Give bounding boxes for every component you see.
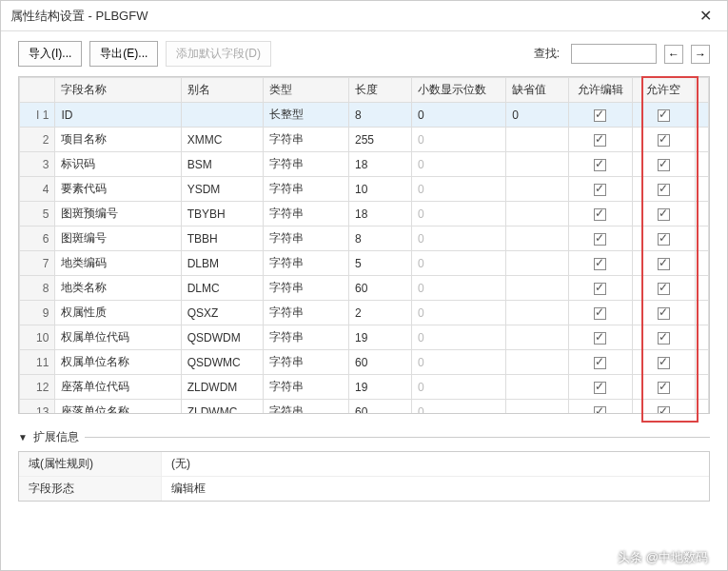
cell-alias[interactable]: DLMC bbox=[181, 276, 263, 301]
export-button[interactable]: 导出(E)... bbox=[89, 41, 158, 67]
checkbox-icon[interactable] bbox=[658, 382, 670, 394]
cell-decimals[interactable]: 0 bbox=[412, 325, 506, 350]
cell-allow-edit[interactable] bbox=[569, 251, 632, 276]
cell-alias[interactable]: ZLDWMC bbox=[181, 400, 263, 415]
cell-name[interactable]: 地类编码 bbox=[55, 251, 181, 276]
cell-alias[interactable]: DLBM bbox=[181, 251, 263, 276]
table-row[interactable]: 6图斑编号TBBH字符串80 bbox=[20, 226, 709, 251]
cell-alias[interactable]: TBBH bbox=[181, 226, 263, 251]
cell-alias[interactable]: YSDM bbox=[181, 177, 263, 202]
cell-length[interactable]: 19 bbox=[349, 325, 412, 350]
checkbox-icon[interactable] bbox=[594, 258, 606, 270]
cell-allow-edit[interactable] bbox=[569, 202, 632, 226]
col-field-name[interactable]: 字段名称 bbox=[55, 78, 181, 103]
cell-allow-edit[interactable] bbox=[569, 152, 632, 177]
checkbox-icon[interactable] bbox=[658, 283, 670, 295]
cell-length[interactable]: 18 bbox=[349, 152, 412, 177]
checkbox-icon[interactable] bbox=[658, 258, 670, 270]
table-row[interactable]: 8地类名称DLMC字符串600 bbox=[20, 276, 709, 301]
cell-allow-null[interactable] bbox=[632, 301, 695, 325]
checkbox-icon[interactable] bbox=[658, 109, 670, 122]
cell-default[interactable] bbox=[506, 251, 569, 276]
cell-type[interactable]: 字符串 bbox=[263, 177, 348, 202]
checkbox-icon[interactable] bbox=[658, 332, 670, 345]
cell-type[interactable]: 字符串 bbox=[263, 128, 348, 152]
cell-default[interactable] bbox=[506, 400, 569, 415]
cell-allow-edit[interactable] bbox=[569, 226, 632, 251]
checkbox-icon[interactable] bbox=[658, 208, 670, 221]
cell-allow-edit[interactable] bbox=[569, 325, 632, 350]
cell-decimals[interactable]: 0 bbox=[412, 128, 506, 152]
cell-length[interactable]: 18 bbox=[349, 202, 412, 226]
cell-allow-edit[interactable] bbox=[569, 375, 632, 400]
cell-type[interactable]: 字符串 bbox=[263, 375, 348, 400]
search-prev-button[interactable]: ← bbox=[664, 45, 683, 64]
cell-default[interactable] bbox=[506, 350, 569, 375]
cell-length[interactable]: 19 bbox=[349, 375, 412, 400]
cell-decimals[interactable]: 0 bbox=[412, 400, 506, 415]
cell-default[interactable] bbox=[506, 226, 569, 251]
cell-default[interactable] bbox=[506, 325, 569, 350]
cell-name[interactable]: 项目名称 bbox=[55, 128, 181, 152]
cell-name[interactable]: 座落单位代码 bbox=[55, 375, 181, 400]
col-default[interactable]: 缺省值 bbox=[506, 78, 569, 103]
close-icon[interactable]: ✕ bbox=[694, 7, 718, 25]
table-row[interactable]: 7地类编码DLBM字符串50 bbox=[20, 251, 709, 276]
cell-decimals[interactable]: 0 bbox=[412, 202, 506, 226]
cell-type[interactable]: 字符串 bbox=[263, 350, 348, 375]
cell-length[interactable]: 2 bbox=[349, 301, 412, 325]
cell-allow-edit[interactable] bbox=[569, 276, 632, 301]
cell-allow-null[interactable] bbox=[632, 202, 695, 226]
cell-allow-null[interactable] bbox=[632, 251, 695, 276]
cell-allow-edit[interactable] bbox=[569, 400, 632, 415]
cell-name[interactable]: 权属性质 bbox=[55, 301, 181, 325]
table-row[interactable]: 11权属单位名称QSDWMC字符串600 bbox=[20, 350, 709, 375]
table-row[interactable]: I 1ID长整型800 bbox=[20, 103, 709, 128]
cell-type[interactable]: 字符串 bbox=[263, 226, 348, 251]
col-allow-null[interactable]: 允许空 bbox=[632, 78, 695, 103]
table-row[interactable]: 10权属单位代码QSDWDM字符串190 bbox=[20, 325, 709, 350]
checkbox-icon[interactable] bbox=[658, 406, 670, 414]
cell-allow-edit[interactable] bbox=[569, 301, 632, 325]
checkbox-icon[interactable] bbox=[594, 382, 606, 394]
cell-allow-null[interactable] bbox=[632, 325, 695, 350]
cell-allow-null[interactable] bbox=[632, 226, 695, 251]
cell-decimals[interactable]: 0 bbox=[412, 152, 506, 177]
extended-header[interactable]: ▼ 扩展信息 bbox=[18, 427, 710, 447]
checkbox-icon[interactable] bbox=[594, 159, 606, 171]
cell-alias[interactable]: XMMC bbox=[181, 128, 263, 152]
cell-type[interactable]: 字符串 bbox=[263, 400, 348, 415]
checkbox-icon[interactable] bbox=[658, 184, 670, 196]
checkbox-icon[interactable] bbox=[594, 134, 606, 147]
cell-default[interactable] bbox=[506, 375, 569, 400]
cell-length[interactable]: 60 bbox=[349, 400, 412, 415]
col-type[interactable]: 类型 bbox=[263, 78, 348, 103]
table-row[interactable]: 9权属性质QSXZ字符串20 bbox=[20, 301, 709, 325]
cell-allow-edit[interactable] bbox=[569, 177, 632, 202]
checkbox-icon[interactable] bbox=[594, 332, 606, 345]
cell-default[interactable] bbox=[506, 202, 569, 226]
cell-default[interactable] bbox=[506, 177, 569, 202]
checkbox-icon[interactable] bbox=[658, 134, 670, 147]
cell-alias[interactable]: ZLDWDM bbox=[181, 375, 263, 400]
cell-decimals[interactable]: 0 bbox=[412, 375, 506, 400]
cell-allow-edit[interactable] bbox=[569, 350, 632, 375]
search-next-button[interactable]: → bbox=[691, 45, 710, 64]
cell-type[interactable]: 字符串 bbox=[263, 202, 348, 226]
checkbox-icon[interactable] bbox=[658, 159, 670, 171]
cell-length[interactable]: 10 bbox=[349, 177, 412, 202]
cell-name[interactable]: 要素代码 bbox=[55, 177, 181, 202]
table-row[interactable]: 13座落单位名称ZLDWMC字符串600 bbox=[20, 400, 709, 415]
col-length[interactable]: 长度 bbox=[349, 78, 412, 103]
cell-name[interactable]: 标识码 bbox=[55, 152, 181, 177]
cell-allow-null[interactable] bbox=[632, 128, 695, 152]
cell-default[interactable] bbox=[506, 128, 569, 152]
cell-allow-null[interactable] bbox=[632, 103, 695, 128]
checkbox-icon[interactable] bbox=[594, 184, 606, 196]
cell-allow-null[interactable] bbox=[632, 350, 695, 375]
cell-decimals[interactable]: 0 bbox=[412, 103, 506, 128]
checkbox-icon[interactable] bbox=[594, 109, 606, 122]
ext-domain-value[interactable]: (无) bbox=[162, 452, 709, 476]
checkbox-icon[interactable] bbox=[658, 233, 670, 246]
cell-alias[interactable]: QSDWDM bbox=[181, 325, 263, 350]
